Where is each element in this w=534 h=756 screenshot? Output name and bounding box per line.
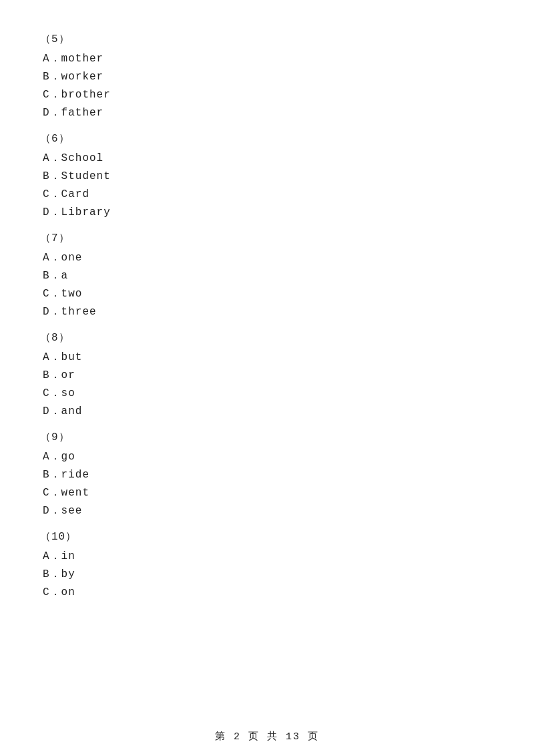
option-q7-1[interactable]: B．a: [40, 268, 494, 282]
option-q7-2[interactable]: C．two: [40, 287, 494, 301]
option-q5-1[interactable]: B．worker: [40, 69, 494, 83]
option-q8-2[interactable]: C．so: [40, 386, 494, 400]
option-q5-0[interactable]: A．mother: [40, 51, 494, 65]
option-q8-3[interactable]: D．and: [40, 404, 494, 418]
option-q6-3[interactable]: D．Library: [40, 205, 494, 219]
question-number-q5: （5）: [40, 32, 494, 46]
option-q6-2[interactable]: C．Card: [40, 187, 494, 201]
option-q7-0[interactable]: A．one: [40, 250, 494, 264]
page-footer: 第 2 页 共 13 页: [0, 730, 534, 743]
option-q6-0[interactable]: A．School: [40, 151, 494, 165]
option-q9-3[interactable]: D．see: [40, 504, 494, 518]
option-q10-1[interactable]: B．by: [40, 567, 494, 581]
question-number-q7: （7）: [40, 231, 494, 245]
option-q8-1[interactable]: B．or: [40, 368, 494, 382]
question-number-q9: （9）: [40, 430, 494, 444]
main-content: （5）A．motherB．workerC．brotherD．father（6）A…: [0, 0, 534, 643]
option-q5-3[interactable]: D．father: [40, 106, 494, 120]
question-number-q8: （8）: [40, 331, 494, 345]
option-q9-2[interactable]: C．went: [40, 486, 494, 500]
option-q8-0[interactable]: A．but: [40, 350, 494, 364]
question-number-q6: （6）: [40, 132, 494, 146]
option-q9-1[interactable]: B．ride: [40, 467, 494, 482]
option-q7-3[interactable]: D．three: [40, 305, 494, 319]
option-q6-1[interactable]: B．Student: [40, 169, 494, 183]
question-number-q10: （10）: [40, 530, 494, 544]
option-q9-0[interactable]: A．go: [40, 449, 494, 463]
option-q5-2[interactable]: C．brother: [40, 87, 494, 102]
option-q10-2[interactable]: C．on: [40, 585, 494, 599]
option-q10-0[interactable]: A．in: [40, 549, 494, 563]
